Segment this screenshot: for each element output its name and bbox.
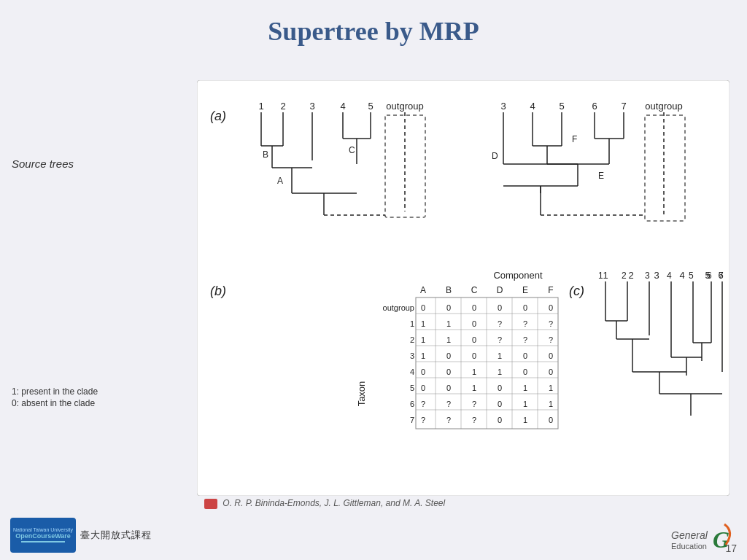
svg-text:?: ?: [472, 400, 476, 408]
svg-text:1: 1: [410, 319, 414, 328]
svg-text:1: 1: [523, 384, 527, 392]
svg-text:1: 1: [446, 319, 451, 328]
svg-text:3: 3: [500, 101, 506, 112]
svg-text:?: ?: [446, 416, 451, 424]
svg-text:1: 1: [498, 368, 502, 376]
svg-text:?: ?: [421, 416, 425, 424]
svg-text:?: ?: [549, 319, 553, 328]
citation: O. R. P. Bininda-Emonds, J. L. Gittleman…: [204, 498, 445, 509]
svg-text:0: 0: [446, 368, 451, 376]
svg-text:0: 0: [498, 303, 502, 312]
svg-text:0: 0: [446, 351, 451, 360]
svg-text:5: 5: [689, 271, 694, 281]
svg-text:2: 2: [280, 101, 285, 112]
svg-text:6: 6: [592, 101, 597, 112]
svg-text:0: 0: [549, 351, 553, 360]
bottom-bar: National Taiwan University OpenCourseWar…: [0, 510, 747, 560]
svg-text:?: ?: [498, 335, 502, 344]
svg-text:outgroup: outgroup: [386, 101, 423, 112]
svg-text:Taxon: Taxon: [356, 381, 367, 407]
svg-text:Component: Component: [493, 270, 543, 281]
svg-text:2: 2: [622, 271, 627, 281]
svg-text:3: 3: [654, 270, 659, 281]
svg-text:1: 1: [523, 400, 527, 408]
svg-text:D: D: [492, 151, 498, 161]
ntu-kanji: 臺大開放式課程: [80, 529, 152, 542]
svg-text:0: 0: [472, 351, 476, 360]
svg-text:4: 4: [667, 271, 672, 281]
svg-text:E: E: [522, 285, 528, 295]
svg-text:1: 1: [258, 101, 263, 112]
main-diagram: (a) 1 2 3 4 5 outgroup B: [197, 80, 729, 503]
svg-text:1: 1: [523, 416, 527, 424]
slide: Supertree by MRP Source trees 1: present…: [0, 0, 747, 560]
svg-text:D: D: [497, 285, 503, 295]
svg-text:General: General: [671, 529, 708, 541]
svg-text:0: 0: [421, 384, 425, 392]
svg-text:1: 1: [549, 384, 553, 392]
svg-text:(c): (c): [569, 284, 584, 298]
svg-text:?: ?: [498, 319, 502, 328]
svg-text:7: 7: [621, 101, 626, 112]
svg-text:0: 0: [498, 400, 502, 408]
svg-text:B: B: [263, 149, 268, 160]
svg-text:3: 3: [410, 351, 414, 360]
svg-text:0: 0: [523, 368, 527, 376]
svg-text:0: 0: [523, 351, 527, 360]
svg-text:1: 1: [421, 335, 425, 344]
svg-text:5: 5: [559, 101, 564, 112]
svg-text:C: C: [471, 285, 478, 295]
svg-text:1: 1: [421, 319, 425, 328]
svg-text:4: 4: [530, 101, 535, 112]
svg-text:C: C: [349, 145, 355, 155]
svg-text:5: 5: [410, 384, 414, 392]
svg-text:1: 1: [472, 368, 476, 376]
svg-text:6: 6: [707, 271, 712, 281]
svg-text:0: 0: [549, 416, 553, 424]
svg-text:1: 1: [472, 384, 476, 392]
svg-text:B: B: [446, 285, 452, 295]
svg-text:F: F: [548, 285, 553, 295]
legend: 1: present in the clade 0: absent in the…: [12, 386, 98, 410]
page-title: Supertree by MRP: [0, 0, 747, 54]
svg-text:?: ?: [446, 400, 451, 408]
svg-text:5: 5: [368, 101, 373, 112]
svg-text:F: F: [572, 134, 577, 144]
svg-text:A: A: [420, 285, 426, 295]
svg-text:(a): (a): [210, 109, 226, 123]
svg-text:E: E: [598, 171, 604, 181]
svg-text:0: 0: [523, 303, 527, 312]
svg-text:0: 0: [446, 384, 451, 392]
legend-line1: 1: present in the clade: [12, 386, 98, 397]
svg-text:0: 0: [498, 416, 502, 424]
svg-text:0: 0: [472, 303, 476, 312]
svg-text:outgroup: outgroup: [383, 303, 414, 312]
legend-line2: 0: absent in the clade: [12, 398, 98, 408]
svg-text:0: 0: [421, 303, 425, 312]
source-trees-label: Source trees: [12, 158, 74, 170]
svg-text:3: 3: [309, 101, 314, 112]
svg-text:7: 7: [719, 271, 724, 281]
svg-text:?: ?: [421, 400, 425, 408]
svg-text:6: 6: [410, 400, 414, 408]
ntu-logo-box: National Taiwan University OpenCourseWar…: [10, 518, 76, 553]
svg-text:0: 0: [549, 303, 553, 312]
ntu-logo: National Taiwan University OpenCourseWar…: [10, 518, 152, 553]
svg-text:?: ?: [523, 319, 527, 328]
svg-text:1: 1: [598, 271, 603, 281]
svg-text:0: 0: [549, 368, 553, 376]
svg-text:1: 1: [498, 351, 502, 360]
svg-text:3: 3: [645, 271, 650, 281]
svg-text:0: 0: [472, 319, 476, 328]
svg-text:Education: Education: [671, 542, 707, 551]
svg-text:1: 1: [603, 270, 608, 281]
svg-text:4: 4: [340, 101, 345, 112]
svg-text:(b): (b): [210, 284, 226, 298]
svg-text:1: 1: [421, 351, 425, 360]
svg-text:1: 1: [446, 335, 451, 344]
svg-text:A: A: [277, 176, 283, 186]
svg-text:?: ?: [472, 416, 476, 424]
svg-text:0: 0: [446, 303, 451, 312]
svg-text:2: 2: [628, 270, 633, 281]
svg-text:outgroup: outgroup: [645, 101, 682, 112]
